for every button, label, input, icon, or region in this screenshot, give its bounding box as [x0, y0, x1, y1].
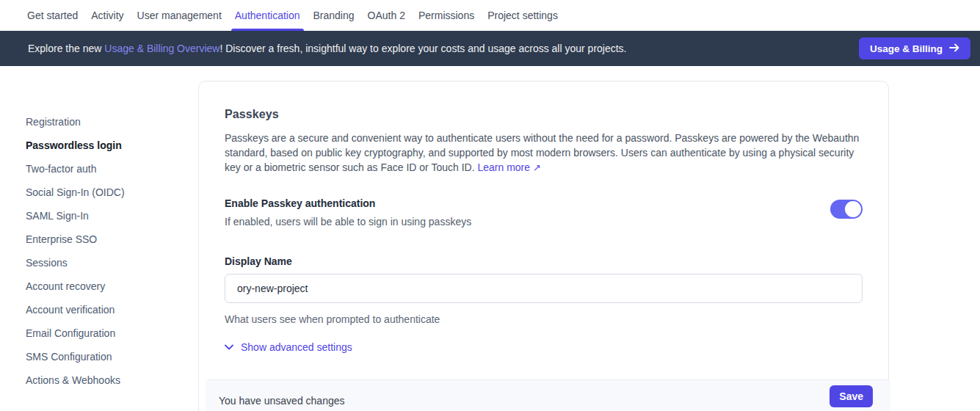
tab-oauth2[interactable]: OAuth 2	[368, 0, 405, 31]
sidebar-item-social-sign-in-oidc[interactable]: Social Sign-In (OIDC)	[26, 186, 125, 199]
sidebar-item-passwordless-login[interactable]: Passwordless login	[26, 139, 125, 152]
sidebar-item-email-configuration[interactable]: Email Configuration	[26, 327, 125, 340]
display-name-label: Display Name	[225, 255, 863, 267]
tab-authentication[interactable]: Authentication	[235, 0, 300, 31]
sidebar-item-actions-webhooks[interactable]: Actions & Webhooks	[26, 374, 125, 387]
unsaved-changes-message: You have unsaved changes	[219, 395, 345, 407]
passkeys-description: Passkeys are a secure and convenient way…	[225, 131, 863, 175]
passkey-toggle[interactable]	[830, 200, 863, 219]
banner-message: Explore the new Usage & Billing Overview…	[28, 43, 627, 54]
banner-prefix: Explore the new	[28, 43, 104, 54]
usage-billing-banner: Explore the new Usage & Billing Overview…	[0, 31, 980, 66]
enable-passkey-texts: Enable Passkey authentication If enabled…	[225, 197, 471, 228]
passkeys-description-text: Passkeys are a secure and convenient way…	[225, 132, 859, 173]
show-advanced-settings-label: Show advanced settings	[241, 341, 352, 353]
external-link-icon: ↗	[533, 162, 541, 173]
display-name-helper: What users see when prompted to authenti…	[225, 313, 863, 325]
passkeys-card: Passkeys Passkeys are a secure and conve…	[198, 81, 889, 411]
sidebar-item-two-factor-auth[interactable]: Two-factor auth	[26, 163, 125, 175]
display-name-field: Display Name What users see when prompte…	[225, 255, 863, 325]
enable-passkey-description: If enabled, users will be able to sign i…	[225, 216, 471, 228]
enable-passkey-row: Enable Passkey authentication If enabled…	[225, 197, 863, 228]
auth-settings-sidebar: Registration Passwordless login Two-fact…	[26, 116, 125, 387]
banner-suffix: ! Discover a fresh, insightful way to ex…	[219, 43, 626, 54]
sidebar-item-sms-configuration[interactable]: SMS Configuration	[26, 351, 125, 363]
sidebar-item-registration[interactable]: Registration	[26, 116, 125, 128]
learn-more-label: Learn more	[477, 161, 530, 173]
usage-billing-button[interactable]: Usage & Billing	[859, 37, 970, 59]
toggle-knob	[845, 201, 861, 217]
top-navigation: Get started Activity User management Aut…	[0, 0, 980, 31]
page-title: Passkeys	[225, 108, 863, 121]
tab-permissions[interactable]: Permissions	[418, 0, 474, 31]
arrow-right-icon	[949, 43, 959, 54]
usage-billing-overview-link[interactable]: Usage & Billing Overview	[104, 43, 219, 54]
show-advanced-settings-toggle[interactable]: Show advanced settings	[225, 341, 352, 353]
tab-get-started[interactable]: Get started	[27, 0, 78, 31]
sidebar-item-account-recovery[interactable]: Account recovery	[26, 280, 125, 293]
tab-branding[interactable]: Branding	[313, 0, 355, 31]
tab-project-settings[interactable]: Project settings	[487, 0, 558, 31]
display-name-input[interactable]	[225, 274, 863, 303]
sidebar-item-account-verification[interactable]: Account verification	[26, 304, 125, 316]
sidebar-item-saml-sign-in[interactable]: SAML Sign-In	[26, 210, 125, 222]
learn-more-link[interactable]: Learn more ↗	[477, 161, 540, 173]
tab-user-management[interactable]: User management	[137, 0, 222, 31]
tab-activity[interactable]: Activity	[91, 0, 123, 31]
unsaved-changes-bar: You have unsaved changes Save	[206, 379, 890, 411]
sidebar-item-sessions[interactable]: Sessions	[26, 257, 125, 269]
sidebar-item-enterprise-sso[interactable]: Enterprise SSO	[26, 233, 125, 246]
usage-billing-button-label: Usage & Billing	[870, 43, 943, 54]
chevron-down-icon	[225, 344, 233, 350]
save-button[interactable]: Save	[830, 385, 873, 407]
enable-passkey-label: Enable Passkey authentication	[225, 197, 471, 209]
